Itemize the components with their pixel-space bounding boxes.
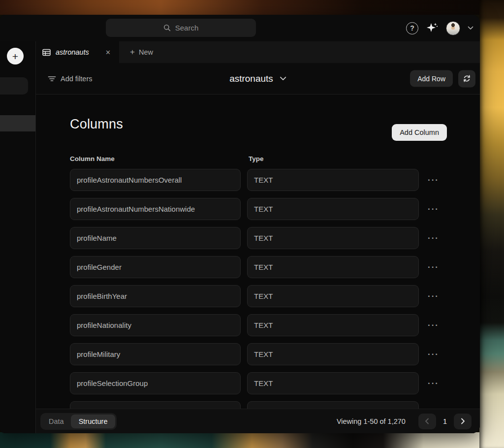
ellipsis-icon: ···: [428, 320, 439, 330]
sidebar-add-button[interactable]: +: [7, 48, 24, 64]
ellipsis-icon: ···: [428, 204, 439, 214]
column-row: profileGender TEXT ···: [70, 256, 480, 278]
column-name-input[interactable]: profileBirthYear: [70, 285, 241, 307]
user-avatar[interactable]: [446, 21, 460, 35]
background-art-figure: [479, 0, 504, 448]
search-placeholder: Search: [175, 24, 199, 32]
page-title: Columns: [70, 116, 123, 132]
top-bar: Search ?: [0, 15, 480, 41]
main-panel: astronauts ✕ + New Add filters astrona: [35, 41, 480, 433]
row-menu-button[interactable]: ···: [428, 176, 439, 184]
ellipsis-icon: ···: [428, 262, 439, 272]
row-menu-button[interactable]: ···: [428, 350, 439, 358]
column-type-input[interactable]: TEXT: [247, 314, 419, 336]
ai-sparkle-button[interactable]: [426, 22, 439, 34]
help-button[interactable]: ?: [406, 22, 418, 34]
top-bar-actions: ?: [406, 15, 473, 41]
refresh-button[interactable]: [458, 70, 475, 87]
column-type-input[interactable]: TEXT: [247, 227, 419, 249]
tab-astronauts[interactable]: astronauts ✕: [36, 41, 119, 63]
new-tab-button[interactable]: + New: [123, 41, 160, 63]
column-type-input[interactable]: TEXT: [247, 285, 419, 307]
prev-page-button[interactable]: [418, 414, 436, 429]
column-type-input[interactable]: TEXT: [247, 256, 419, 278]
column-row: profileNationality TEXT ···: [70, 314, 480, 336]
new-tab-label: New: [139, 48, 153, 56]
tab-bar: astronauts ✕ + New: [36, 41, 480, 63]
viewing-status: Viewing 1-50 of 1,270: [337, 417, 406, 425]
column-type-input[interactable]: TEXT: [247, 343, 419, 365]
column-row: profileName TEXT ···: [70, 227, 480, 249]
column-name-input[interactable]: profileGender: [70, 256, 241, 278]
tab-structure[interactable]: Structure: [71, 415, 116, 428]
plus-icon: +: [130, 47, 135, 57]
add-column-button[interactable]: Add Column: [392, 124, 447, 141]
footer-bar: Data Structure Viewing 1-50 of 1,270 1: [36, 409, 480, 433]
row-menu-button[interactable]: ···: [428, 379, 439, 387]
add-filters-button[interactable]: Add filters: [48, 75, 92, 83]
app-window: Search ?: [0, 15, 480, 433]
sparkle-icon: [426, 22, 439, 34]
column-row: profileSelectionGroup TEXT ···: [70, 372, 480, 394]
chevron-down-icon: [280, 76, 286, 81]
add-row-button[interactable]: Add Row: [410, 70, 453, 87]
column-name-input[interactable]: profileSelectionGroup: [70, 372, 241, 394]
search-input[interactable]: Search: [106, 19, 256, 37]
sidebar-item[interactable]: [0, 77, 28, 95]
ellipsis-icon: ···: [428, 379, 439, 388]
column-list-headers: Column Name Type: [70, 155, 480, 162]
row-menu-button[interactable]: ···: [428, 292, 439, 300]
background-art-top: [0, 0, 504, 15]
toolbar-actions: Add Row: [410, 70, 475, 87]
tab-close-icon[interactable]: ✕: [103, 48, 113, 57]
column-type-input[interactable]: TEXT: [247, 198, 419, 220]
column-row: profileBirthYear TEXT ···: [70, 285, 480, 307]
column-name-input[interactable]: profileName: [70, 227, 241, 249]
refresh-icon: [463, 75, 471, 83]
background-art-bottom: [0, 432, 504, 448]
column-type-input[interactable]: TEXT: [247, 372, 419, 394]
tab-data[interactable]: Data: [42, 415, 71, 428]
filter-icon: [48, 76, 56, 82]
sidebar-item-selected[interactable]: [0, 115, 35, 131]
columns-list: profileAstronautNumbersOverall TEXT ··· …: [70, 169, 480, 423]
chevron-left-icon: [425, 418, 429, 424]
table-selector[interactable]: astronauts: [229, 73, 286, 84]
row-menu-button[interactable]: ···: [428, 321, 439, 329]
ellipsis-icon: ···: [428, 350, 439, 359]
table-icon: [42, 49, 51, 56]
structure-view: Columns Add Column Column Name Type prof…: [36, 95, 480, 433]
ellipsis-icon: ···: [428, 175, 439, 185]
tab-label: astronauts: [56, 48, 98, 56]
column-row: profileMilitary TEXT ···: [70, 343, 480, 365]
chevron-down-icon: [468, 26, 473, 30]
header-type: Type: [249, 155, 264, 162]
account-menu-button[interactable]: [468, 26, 473, 30]
column-name-input[interactable]: profileMilitary: [70, 343, 241, 365]
next-page-button[interactable]: [454, 414, 472, 429]
columns-header: Columns Add Column: [70, 116, 480, 141]
view-switcher: Data Structure: [40, 413, 117, 430]
current-page: 1: [443, 417, 447, 425]
ellipsis-icon: ···: [428, 291, 439, 301]
pagination: 1: [418, 414, 472, 429]
column-row: profileAstronautNumbersNationwide TEXT ·…: [70, 198, 480, 220]
toolbar: Add filters astronauts Add Row: [36, 63, 480, 95]
column-type-input[interactable]: TEXT: [247, 169, 419, 191]
row-menu-button[interactable]: ···: [428, 205, 439, 213]
column-name-input[interactable]: profileNationality: [70, 314, 241, 336]
help-icon: ?: [410, 24, 414, 32]
column-name-input[interactable]: profileAstronautNumbersOverall: [70, 169, 241, 191]
search-icon: [163, 24, 171, 32]
add-filters-label: Add filters: [61, 75, 92, 83]
row-menu-button[interactable]: ···: [428, 234, 439, 242]
chevron-right-icon: [461, 418, 465, 424]
header-column-name: Column Name: [70, 155, 249, 162]
column-row: profileAstronautNumbersOverall TEXT ···: [70, 169, 480, 191]
plus-icon: +: [12, 51, 18, 62]
window-body: + astronauts ✕ + New: [0, 41, 480, 433]
row-menu-button[interactable]: ···: [428, 263, 439, 271]
column-name-input[interactable]: profileAstronautNumbersNationwide: [70, 198, 241, 220]
table-title: astronauts: [229, 73, 273, 84]
sidebar: +: [0, 41, 35, 433]
